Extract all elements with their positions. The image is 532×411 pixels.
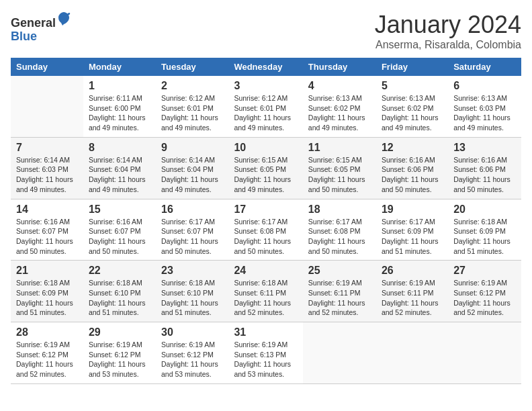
day-number: 23 (161, 265, 223, 277)
day-info: Sunrise: 6:19 AM Sunset: 6:12 PM Dayligh… (89, 340, 150, 379)
day-number: 28 (16, 326, 78, 338)
day-info: Sunrise: 6:15 AM Sunset: 6:05 PM Dayligh… (308, 155, 371, 195)
calendar-cell: 22Sunrise: 6:18 AM Sunset: 6:10 PM Dayli… (83, 261, 156, 322)
day-number: 30 (161, 326, 223, 338)
column-header-saturday: Saturday (448, 58, 521, 76)
day-number: 17 (234, 203, 297, 216)
day-number: 1 (89, 80, 150, 92)
column-header-wednesday: Wednesday (228, 58, 302, 76)
calendar-cell: 16Sunrise: 6:17 AM Sunset: 6:07 PM Dayli… (156, 199, 228, 261)
calendar-cell (376, 322, 448, 384)
calendar-cell: 14Sunrise: 6:16 AM Sunset: 6:07 PM Dayli… (11, 199, 83, 261)
day-number: 14 (16, 203, 78, 216)
day-number: 4 (308, 80, 371, 92)
day-number: 29 (89, 326, 150, 338)
calendar-table: SundayMondayTuesdayWednesdayThursdayFrid… (11, 58, 521, 384)
calendar-header-row: SundayMondayTuesdayWednesdayThursdayFrid… (11, 58, 521, 76)
calendar-cell: 31Sunrise: 6:19 AM Sunset: 6:13 PM Dayli… (228, 322, 302, 384)
day-number: 10 (234, 142, 297, 154)
calendar-cell (448, 322, 521, 384)
calendar-cell: 23Sunrise: 6:18 AM Sunset: 6:10 PM Dayli… (156, 261, 228, 322)
day-info: Sunrise: 6:16 AM Sunset: 6:06 PM Dayligh… (453, 155, 516, 195)
calendar-cell: 24Sunrise: 6:18 AM Sunset: 6:11 PM Dayli… (228, 261, 302, 322)
day-info: Sunrise: 6:19 AM Sunset: 6:13 PM Dayligh… (234, 340, 297, 379)
calendar-cell: 5Sunrise: 6:13 AM Sunset: 6:02 PM Daylig… (376, 76, 448, 137)
day-number: 16 (161, 203, 223, 216)
day-info: Sunrise: 6:13 AM Sunset: 6:02 PM Dayligh… (308, 93, 371, 133)
day-info: Sunrise: 6:16 AM Sunset: 6:07 PM Dayligh… (89, 217, 150, 257)
calendar-cell: 11Sunrise: 6:15 AM Sunset: 6:05 PM Dayli… (303, 137, 376, 199)
calendar-cell: 6Sunrise: 6:13 AM Sunset: 6:03 PM Daylig… (448, 76, 521, 137)
title-block: January 2024 Anserma, Risaralda, Colombi… (375, 11, 521, 51)
day-info: Sunrise: 6:11 AM Sunset: 6:00 PM Dayligh… (89, 93, 150, 133)
day-info: Sunrise: 6:17 AM Sunset: 6:08 PM Dayligh… (308, 217, 371, 257)
calendar-cell: 10Sunrise: 6:15 AM Sunset: 6:05 PM Dayli… (228, 137, 302, 199)
day-info: Sunrise: 6:19 AM Sunset: 6:12 PM Dayligh… (453, 278, 516, 318)
day-info: Sunrise: 6:18 AM Sunset: 6:11 PM Dayligh… (234, 278, 297, 318)
day-number: 13 (453, 142, 516, 154)
day-info: Sunrise: 6:16 AM Sunset: 6:06 PM Dayligh… (382, 155, 443, 195)
day-info: Sunrise: 6:18 AM Sunset: 6:09 PM Dayligh… (453, 217, 516, 257)
day-info: Sunrise: 6:14 AM Sunset: 6:04 PM Dayligh… (89, 155, 150, 195)
day-number: 25 (308, 265, 371, 277)
day-number: 5 (382, 80, 443, 92)
calendar-cell: 15Sunrise: 6:16 AM Sunset: 6:07 PM Dayli… (83, 199, 156, 261)
calendar-week-row: 21Sunrise: 6:18 AM Sunset: 6:09 PM Dayli… (11, 261, 521, 322)
calendar-cell: 4Sunrise: 6:13 AM Sunset: 6:02 PM Daylig… (303, 76, 376, 137)
logo-blue: Blue (11, 30, 37, 43)
day-info: Sunrise: 6:18 AM Sunset: 6:10 PM Dayligh… (161, 278, 223, 318)
column-header-monday: Monday (83, 58, 156, 76)
calendar-cell: 12Sunrise: 6:16 AM Sunset: 6:06 PM Dayli… (376, 137, 448, 199)
calendar-cell: 2Sunrise: 6:12 AM Sunset: 6:01 PM Daylig… (156, 76, 228, 137)
calendar-cell: 7Sunrise: 6:14 AM Sunset: 6:03 PM Daylig… (11, 137, 83, 199)
calendar-week-row: 1Sunrise: 6:11 AM Sunset: 6:00 PM Daylig… (11, 76, 521, 137)
calendar-cell (303, 322, 376, 384)
day-info: Sunrise: 6:18 AM Sunset: 6:10 PM Dayligh… (89, 278, 150, 318)
calendar-cell: 30Sunrise: 6:19 AM Sunset: 6:12 PM Dayli… (156, 322, 228, 384)
day-info: Sunrise: 6:19 AM Sunset: 6:11 PM Dayligh… (382, 278, 443, 318)
column-header-sunday: Sunday (11, 58, 83, 76)
day-info: Sunrise: 6:19 AM Sunset: 6:11 PM Dayligh… (308, 278, 371, 318)
day-number: 3 (234, 80, 297, 92)
month-title: January 2024 (375, 11, 521, 39)
day-number: 18 (308, 203, 371, 216)
calendar-cell: 13Sunrise: 6:16 AM Sunset: 6:06 PM Dayli… (448, 137, 521, 199)
day-number: 12 (382, 142, 443, 154)
day-info: Sunrise: 6:15 AM Sunset: 6:05 PM Dayligh… (234, 155, 297, 195)
day-info: Sunrise: 6:19 AM Sunset: 6:12 PM Dayligh… (16, 340, 78, 379)
day-number: 24 (234, 265, 297, 277)
calendar-cell: 1Sunrise: 6:11 AM Sunset: 6:00 PM Daylig… (83, 76, 156, 137)
day-info: Sunrise: 6:19 AM Sunset: 6:12 PM Dayligh… (161, 340, 223, 379)
calendar-week-row: 7Sunrise: 6:14 AM Sunset: 6:03 PM Daylig… (11, 137, 521, 199)
calendar-cell: 25Sunrise: 6:19 AM Sunset: 6:11 PM Dayli… (303, 261, 376, 322)
day-number: 22 (89, 265, 150, 277)
day-number: 6 (453, 80, 516, 92)
calendar-cell: 19Sunrise: 6:17 AM Sunset: 6:09 PM Dayli… (376, 199, 448, 261)
logo: General Blue (11, 11, 71, 44)
calendar-cell: 29Sunrise: 6:19 AM Sunset: 6:12 PM Dayli… (83, 322, 156, 384)
calendar-cell (11, 76, 83, 137)
page-header: General Blue January 2024 Anserma, Risar… (11, 11, 521, 51)
day-number: 2 (161, 80, 223, 92)
day-info: Sunrise: 6:17 AM Sunset: 6:07 PM Dayligh… (161, 217, 223, 257)
calendar-cell: 28Sunrise: 6:19 AM Sunset: 6:12 PM Dayli… (11, 322, 83, 384)
calendar-cell: 20Sunrise: 6:18 AM Sunset: 6:09 PM Dayli… (448, 199, 521, 261)
day-info: Sunrise: 6:17 AM Sunset: 6:09 PM Dayligh… (382, 217, 443, 257)
day-info: Sunrise: 6:13 AM Sunset: 6:02 PM Dayligh… (382, 93, 443, 133)
day-info: Sunrise: 6:12 AM Sunset: 6:01 PM Dayligh… (161, 93, 223, 133)
calendar-cell: 21Sunrise: 6:18 AM Sunset: 6:09 PM Dayli… (11, 261, 83, 322)
day-number: 21 (16, 265, 78, 277)
day-number: 8 (89, 142, 150, 154)
calendar-week-row: 14Sunrise: 6:16 AM Sunset: 6:07 PM Dayli… (11, 199, 521, 261)
day-info: Sunrise: 6:17 AM Sunset: 6:08 PM Dayligh… (234, 217, 297, 257)
calendar-cell: 3Sunrise: 6:12 AM Sunset: 6:01 PM Daylig… (228, 76, 302, 137)
column-header-friday: Friday (376, 58, 448, 76)
calendar-cell: 18Sunrise: 6:17 AM Sunset: 6:08 PM Dayli… (303, 199, 376, 261)
calendar-cell: 9Sunrise: 6:14 AM Sunset: 6:04 PM Daylig… (156, 137, 228, 199)
day-info: Sunrise: 6:12 AM Sunset: 6:01 PM Dayligh… (234, 93, 297, 133)
day-number: 27 (453, 265, 516, 277)
day-info: Sunrise: 6:16 AM Sunset: 6:07 PM Dayligh… (16, 217, 78, 257)
column-header-tuesday: Tuesday (156, 58, 228, 76)
column-header-thursday: Thursday (303, 58, 376, 76)
day-info: Sunrise: 6:13 AM Sunset: 6:03 PM Dayligh… (453, 93, 516, 133)
